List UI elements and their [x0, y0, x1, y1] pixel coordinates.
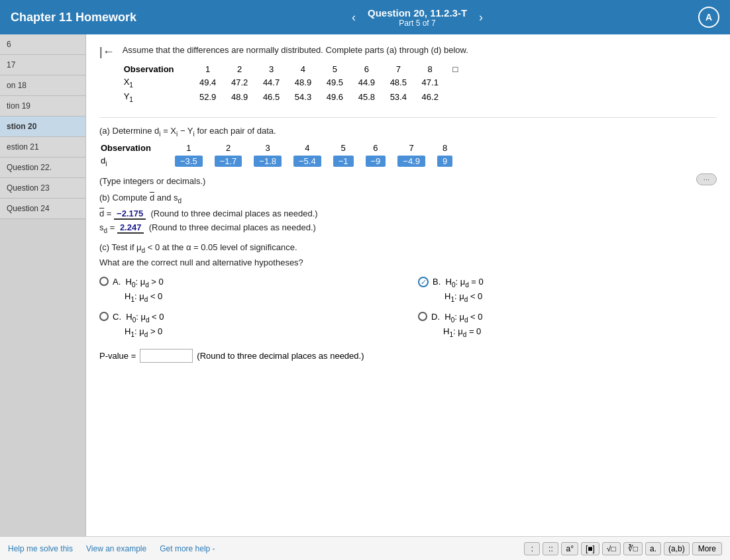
math-toolbar: : :: a° [■] √□ ∛□ a. (a,b) More: [524, 542, 722, 555]
corner-button[interactable]: A: [698, 7, 719, 28]
part-info: Part 5 of 7: [368, 19, 467, 28]
math-btn-degree[interactable]: a°: [561, 542, 578, 555]
option-d-text: D. H0: μd < 0 H1: μd = 0: [431, 310, 483, 339]
obs-label: Observation: [123, 63, 195, 75]
d-bar-line: d = −2.175 (Round to three decimal place…: [99, 209, 717, 218]
math-btn-a[interactable]: a.: [645, 542, 661, 555]
x1-9: [449, 75, 468, 90]
x1-7: 48.5: [386, 75, 417, 90]
col-4: 4: [291, 63, 323, 75]
top-header: Chapter 11 Homework ‹ Question 20, 11.2.…: [0, 0, 730, 34]
option-b-radio[interactable]: ✓: [418, 277, 429, 287]
math-btn-double-colon[interactable]: ::: [543, 542, 558, 555]
part-a-col-4: 4: [291, 142, 331, 154]
part-a-obs-label: Observation: [99, 142, 172, 154]
p-value-note: (Round to three decimal places as needed…: [197, 351, 364, 361]
option-d-radio[interactable]: [418, 312, 427, 321]
di-2: −1.7: [212, 154, 252, 169]
sidebar-item-20[interactable]: stion 20: [0, 117, 85, 137]
col-7: 7: [386, 63, 417, 75]
y1-1: 52.9: [195, 90, 227, 105]
x1-2: 47.2: [227, 75, 259, 90]
x1-6: 44.9: [354, 75, 386, 90]
more-help-button[interactable]: Get more help -: [160, 544, 215, 553]
option-a-radio[interactable]: [99, 277, 109, 286]
main-data-table: Observation 1 2 3 4 5 6 7 8 □ X1 49.4: [123, 63, 468, 104]
chapter-title: Chapter 11 Homework: [11, 11, 136, 24]
question-info: Question 20, 11.2.3-T Part 5 of 7: [368, 7, 467, 28]
di-8: 9: [435, 154, 462, 169]
header-center: ‹ Question 20, 11.2.3-T Part 5 of 7 ›: [346, 7, 488, 28]
di-5: −1: [331, 154, 363, 169]
sidebar-item-19[interactable]: tion 19: [0, 96, 85, 117]
sidebar-item-18[interactable]: on 18: [0, 75, 85, 96]
back-button[interactable]: |←: [99, 45, 115, 59]
part-a-col-1: 1: [172, 142, 212, 154]
math-btn-interval[interactable]: (a,b): [664, 542, 690, 555]
p-value-input[interactable]: [140, 349, 193, 363]
di-7: −4.9: [395, 154, 435, 169]
x1-4: 48.9: [291, 75, 323, 90]
y1-label: Y1: [123, 90, 195, 105]
col-2: 2: [227, 63, 259, 75]
view-example-button[interactable]: View an example: [86, 544, 146, 553]
y1-2: 48.9: [227, 90, 259, 105]
y1-8: 46.2: [417, 90, 449, 105]
option-c-row: C. H0: μd < 0 H1: μd > 0: [99, 310, 398, 339]
bottom-links: Help me solve this View an example Get m…: [8, 544, 215, 553]
x1-5: 49.5: [322, 75, 354, 90]
y1-3: 46.5: [259, 90, 291, 105]
sidebar-item-21[interactable]: estion 21: [0, 137, 85, 158]
part-a-col-6: 6: [363, 142, 395, 154]
option-b-row: ✓ B. H0: μd = 0 H1: μd < 0: [418, 275, 717, 304]
sidebar-item-17[interactable]: 17: [0, 55, 85, 75]
sidebar-item-6[interactable]: 6: [0, 34, 85, 55]
more-info-button[interactable]: ···: [696, 173, 717, 185]
sd-line: sd = 2.247 (Round to three decimal place…: [99, 222, 717, 234]
instruction-text: Assume that the differences are normally…: [123, 45, 468, 55]
math-btn-bracket[interactable]: [■]: [581, 542, 600, 555]
part-a-header: (a) Determine di = Xi − Yi for each pair…: [99, 126, 717, 138]
math-btn-sqrt[interactable]: √□: [602, 542, 621, 555]
part-a-col-3: 3: [251, 142, 291, 154]
part-a-col-8: 8: [435, 142, 462, 154]
di-4: −5.4: [291, 154, 331, 169]
part-a-col-2: 2: [212, 142, 252, 154]
col-8: 8: [417, 63, 449, 75]
y1-5: 49.6: [322, 90, 354, 105]
option-a-row: A. H0: μd > 0 H1: μd < 0: [99, 275, 398, 304]
di-label: di: [99, 154, 172, 169]
col-1: 1: [195, 63, 227, 75]
x1-label: X1: [123, 75, 195, 90]
part-a-col-7: 7: [395, 142, 435, 154]
y1-4: 54.3: [291, 90, 323, 105]
question-number: Question 20, 11.2.3-T: [368, 7, 467, 19]
col-5: 5: [322, 63, 354, 75]
col-box: □: [449, 63, 468, 75]
next-question-button[interactable]: ›: [474, 8, 488, 27]
math-btn-more[interactable]: More: [692, 542, 722, 555]
col-6: 6: [354, 63, 386, 75]
hypothesis-options: A. H0: μd > 0 H1: μd < 0 ✓ B. H0: μd = 0…: [99, 275, 717, 339]
di-1: −3.5: [172, 154, 212, 169]
option-c-text: C. H0: μd < 0 H1: μd > 0: [113, 310, 164, 339]
col-3: 3: [259, 63, 291, 75]
part-c-question: What are the correct null and alternativ…: [99, 257, 717, 267]
main-layout: 6 17 on 18 tion 19 stion 20 estion 21 Qu…: [0, 34, 730, 536]
sidebar-item-22[interactable]: Question 22.: [0, 158, 85, 178]
option-a-text: A. H0: μd > 0 H1: μd < 0: [113, 275, 164, 304]
y1-6: 45.8: [354, 90, 386, 105]
x1-3: 44.7: [259, 75, 291, 90]
prev-question-button[interactable]: ‹: [346, 8, 361, 27]
part-a-note: (Type integers or decimals.): [99, 176, 717, 186]
sidebar-item-23[interactable]: Question 23: [0, 178, 85, 199]
part-a-col-5: 5: [331, 142, 363, 154]
di-3: −1.8: [251, 154, 291, 169]
math-btn-cbrt[interactable]: ∛□: [623, 542, 643, 555]
di-6: −9: [363, 154, 395, 169]
sidebar-item-24[interactable]: Question 24: [0, 199, 85, 219]
help-solve-button[interactable]: Help me solve this: [8, 544, 73, 553]
math-btn-colon[interactable]: :: [524, 542, 540, 555]
option-c-radio[interactable]: [99, 312, 109, 321]
part-a-table: Observation 1 2 3 4 5 6 7 8 di −3.5 −1.7…: [99, 142, 462, 169]
